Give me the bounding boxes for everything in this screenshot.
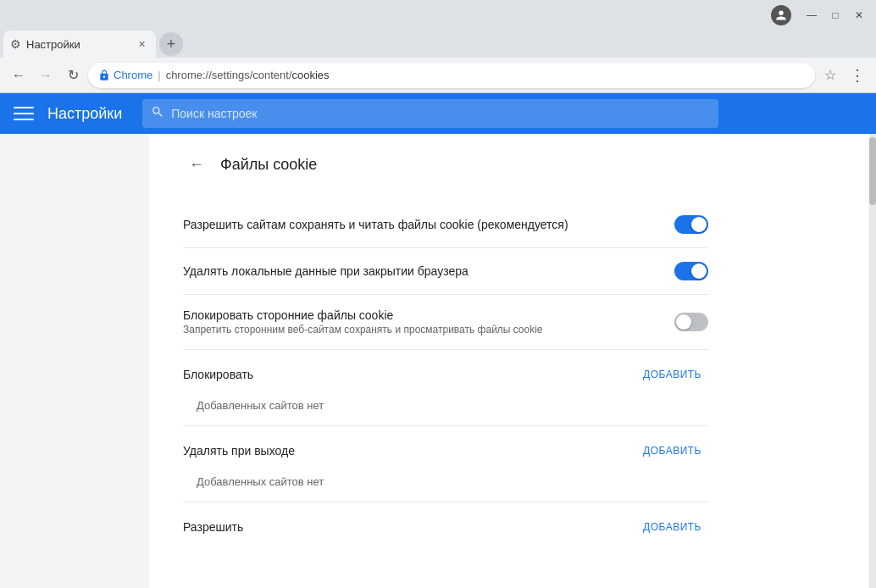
clear-on-exit-content: Удалять локальные данные при закрытии бр… [183,264,674,278]
url-separator: | [158,69,160,81]
tab-bar: ⚙ Настройки ✕ + [0,27,876,58]
settings-title: Настройки [47,105,122,123]
block-section-header: Блокировать ДОБАВИТЬ [183,350,708,391]
block-third-party-toggle[interactable] [674,313,708,331]
allow-cookies-row: Разрешить сайтам сохранять и читать файл… [183,202,708,248]
allow-cookies-label: Разрешить сайтам сохранять и читать файл… [183,218,674,231]
hamburger-menu-button[interactable] [10,100,37,127]
tab-close-button[interactable]: ✕ [134,36,149,52]
tab-label: Настройки [26,38,129,51]
account-icon[interactable] [771,5,791,25]
page-back-button[interactable]: ← [183,151,210,178]
block-add-button[interactable]: ДОБАВИТЬ [636,365,708,384]
active-tab[interactable]: ⚙ Настройки ✕ [3,31,156,58]
settings-left-nav [0,134,149,588]
chrome-menu-button[interactable]: ⋮ [846,64,869,87]
title-bar: — □ ✕ [0,0,876,27]
scrollbar-thumb [869,137,876,205]
clear-on-exit-toggle[interactable] [674,262,708,280]
close-button[interactable]: ✕ [849,5,869,25]
tab-icon: ⚙ [10,37,21,51]
block-third-party-content: Блокировать сторонние файлы cookie Запре… [183,308,674,336]
clear-on-exit-section-label: Удалять при выходе [183,444,295,458]
settings-topbar: Настройки Поиск настроек [0,93,876,134]
allow-cookies-toggle[interactable] [674,215,708,234]
bookmark-button[interactable]: ☆ [818,64,842,87]
secure-icon: Chrome [98,69,152,81]
block-third-party-label: Блокировать сторонние файлы cookie [183,308,674,322]
browser-content: Настройки Поиск настроек ← Файлы cookie [0,93,876,588]
block-third-party-row: Блокировать сторонние файлы cookie Запре… [183,295,708,350]
reload-button[interactable]: ↻ [61,64,85,87]
page-header: ← Файлы cookie [183,151,708,185]
allow-section-label: Разрешить [183,520,243,534]
content-inner: ← Файлы cookie Разрешить сайтам сохранят… [149,134,742,560]
brand-label: Chrome [114,69,152,81]
url-display: chrome://settings/content/cookies [166,69,330,81]
window-controls: — □ ✕ [801,5,869,25]
allow-add-button[interactable]: ДОБАВИТЬ [636,518,708,536]
settings-layout: Настройки Поиск настроек ← Файлы cookie [0,93,876,588]
search-placeholder: Поиск настроек [171,107,257,120]
toggle-thumb-2 [691,263,707,279]
back-nav-button[interactable]: ← [7,64,30,87]
maximize-button[interactable]: □ [825,5,846,25]
clear-on-exit-label: Удалять локальные данные при закрытии бр… [183,264,674,278]
search-icon [151,105,164,122]
toggle-thumb-1 [691,217,707,232]
settings-body: ← Файлы cookie Разрешить сайтам сохранят… [0,134,876,588]
allow-cookies-content: Разрешить сайтам сохранять и читать файл… [183,218,674,231]
minimize-button[interactable]: — [801,5,822,25]
omnibox[interactable]: Chrome | chrome://settings/content/cooki… [88,63,815,88]
settings-search-bar[interactable]: Поиск настроек [142,99,718,128]
clear-on-exit-add-button[interactable]: ДОБАВИТЬ [636,441,708,460]
clear-on-exit-empty-label: Добавленных сайтов нет [183,467,708,502]
page-title: Файлы cookie [220,156,317,174]
block-section-label: Блокировать [183,368,253,381]
block-empty-label: Добавленных сайтов нет [183,391,708,426]
forward-nav-button[interactable]: → [34,64,58,87]
toggle-thumb-3 [676,314,691,330]
scrollbar-track[interactable] [869,134,876,588]
clear-on-exit-section-header: Удалять при выходе ДОБАВИТЬ [183,426,708,467]
settings-main: ← Файлы cookie Разрешить сайтам сохранят… [149,134,876,588]
clear-on-exit-row: Удалять локальные данные при закрытии бр… [183,248,708,295]
block-third-party-sublabel: Запретить сторонним веб-сайтам сохранять… [183,324,674,336]
allow-section-header: Разрешить ДОБАВИТЬ [183,502,708,543]
new-tab-button[interactable]: + [159,32,183,56]
address-bar: ← → ↻ Chrome | chrome://settings/content… [0,58,876,93]
